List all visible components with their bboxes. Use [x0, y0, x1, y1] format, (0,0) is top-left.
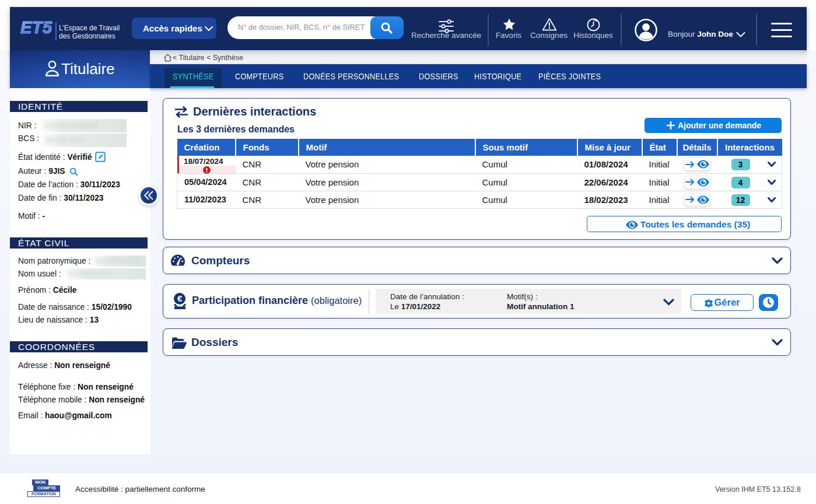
svg-text:€: €: [177, 293, 183, 303]
